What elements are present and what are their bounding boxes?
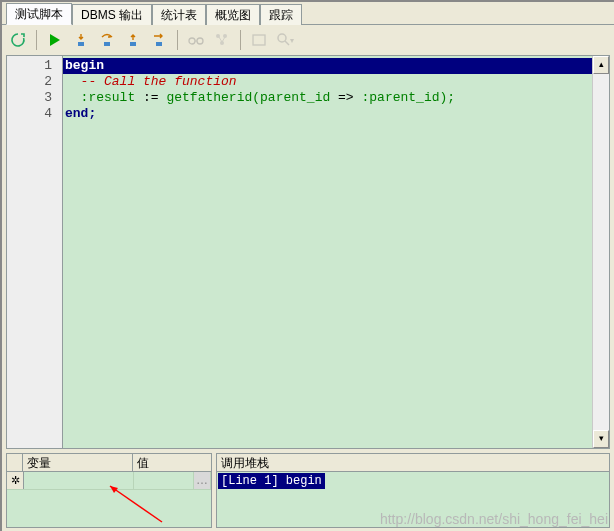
callstack-header: 调用堆栈 bbox=[217, 454, 609, 472]
glasses-icon bbox=[187, 33, 205, 47]
svg-rect-9 bbox=[253, 35, 265, 45]
svg-rect-3 bbox=[156, 42, 162, 46]
separator bbox=[177, 30, 178, 50]
refresh-button[interactable] bbox=[6, 28, 30, 52]
row-marker-col bbox=[7, 454, 23, 471]
var-name-cell[interactable] bbox=[24, 472, 134, 489]
refresh-icon bbox=[10, 32, 26, 48]
var-more-button[interactable]: … bbox=[194, 472, 211, 489]
svg-point-10 bbox=[278, 34, 286, 42]
code-area[interactable]: begin -- Call the function :result := ge… bbox=[63, 56, 592, 448]
step-out-button[interactable] bbox=[121, 28, 145, 52]
svg-rect-0 bbox=[78, 42, 84, 46]
tree-icon bbox=[214, 32, 230, 48]
col-value[interactable]: 值 bbox=[133, 454, 211, 471]
tab-body: ▾ 1 2 3 4 begin -- Call the function :re… bbox=[2, 24, 614, 531]
code-line: -- Call the function bbox=[63, 74, 592, 90]
app-root: 测试脚本 DBMS 输出 统计表 概览图 跟踪 bbox=[0, 0, 614, 531]
col-variable[interactable]: 变量 bbox=[23, 454, 133, 471]
tab-overview[interactable]: 概览图 bbox=[206, 4, 260, 25]
var-value-cell[interactable] bbox=[134, 472, 194, 489]
line-number: 2 bbox=[7, 74, 62, 90]
line-number: 4 bbox=[7, 106, 62, 122]
scroll-up-button[interactable]: ▴ bbox=[593, 56, 609, 74]
vertical-scrollbar[interactable]: ▴ ▾ bbox=[592, 56, 609, 448]
dropdown-icon: ▾ bbox=[290, 36, 294, 45]
line-number: 1 bbox=[7, 58, 62, 74]
run-to-cursor-icon bbox=[151, 32, 167, 48]
callstack-line[interactable]: [Line 1] begin bbox=[218, 473, 325, 489]
line-gutter: 1 2 3 4 bbox=[7, 56, 63, 448]
variables-header: 变量 值 bbox=[7, 454, 211, 472]
line-number: 3 bbox=[7, 90, 62, 106]
col-callstack: 调用堆栈 bbox=[217, 454, 609, 471]
separator bbox=[240, 30, 241, 50]
variable-row[interactable]: ✲ … bbox=[7, 472, 211, 490]
code-editor[interactable]: 1 2 3 4 begin -- Call the function :resu… bbox=[6, 55, 610, 449]
play-icon bbox=[48, 33, 62, 47]
tab-trace[interactable]: 跟踪 bbox=[260, 4, 302, 25]
tab-dbms-output[interactable]: DBMS 输出 bbox=[72, 4, 152, 25]
svg-rect-2 bbox=[130, 42, 136, 46]
toolbar: ▾ bbox=[2, 25, 614, 55]
step-into-button[interactable] bbox=[69, 28, 93, 52]
code-line: begin bbox=[63, 58, 592, 74]
tab-bar: 测试脚本 DBMS 输出 统计表 概览图 跟踪 bbox=[2, 2, 614, 24]
step-over-icon bbox=[99, 32, 115, 48]
variables-panel: 变量 值 ✲ … bbox=[6, 453, 212, 528]
tab-statistics[interactable]: 统计表 bbox=[152, 4, 206, 25]
scroll-down-button[interactable]: ▾ bbox=[593, 430, 609, 448]
code-line: :result := getfatherid(parent_id => :par… bbox=[63, 90, 592, 106]
run-to-cursor-button[interactable] bbox=[147, 28, 171, 52]
tab-test-script[interactable]: 测试脚本 bbox=[6, 3, 72, 25]
view-button[interactable] bbox=[247, 28, 271, 52]
step-into-icon bbox=[73, 32, 89, 48]
object-tree-button[interactable] bbox=[210, 28, 234, 52]
callstack-body[interactable]: [Line 1] begin bbox=[217, 472, 609, 527]
glasses-button[interactable] bbox=[184, 28, 208, 52]
step-out-icon bbox=[125, 32, 141, 48]
zoom-button[interactable]: ▾ bbox=[273, 28, 297, 52]
separator bbox=[36, 30, 37, 50]
step-over-button[interactable] bbox=[95, 28, 119, 52]
view-icon bbox=[251, 33, 267, 47]
svg-rect-1 bbox=[104, 42, 110, 46]
svg-point-5 bbox=[197, 38, 203, 44]
code-line: end; bbox=[63, 106, 592, 122]
svg-point-4 bbox=[189, 38, 195, 44]
bottom-panels: 变量 值 ✲ … 调用堆栈 [Line 1] begin bbox=[2, 453, 614, 531]
scroll-track[interactable] bbox=[593, 74, 609, 430]
callstack-panel: 调用堆栈 [Line 1] begin bbox=[216, 453, 610, 528]
row-indicator-icon: ✲ bbox=[7, 472, 24, 489]
run-button[interactable] bbox=[43, 28, 67, 52]
